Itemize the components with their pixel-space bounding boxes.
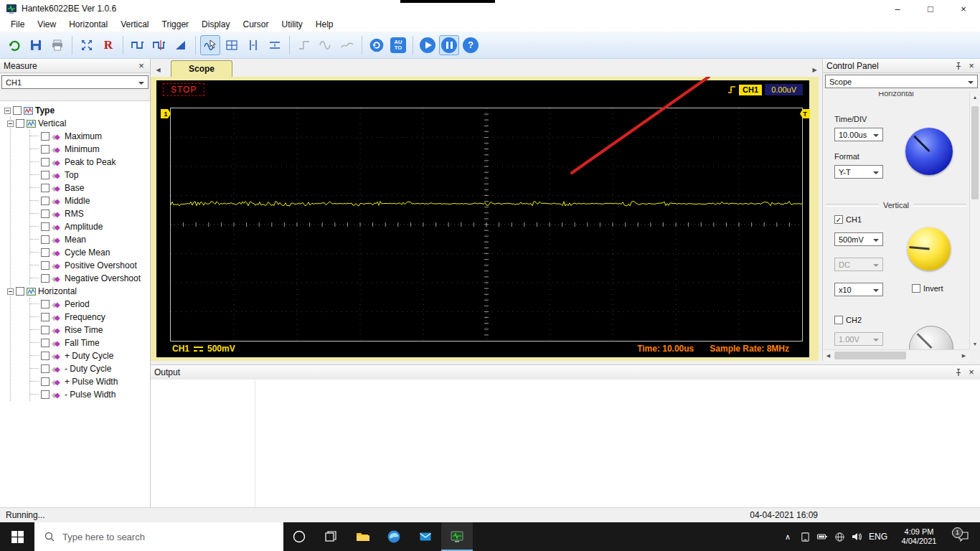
expander-icon[interactable] xyxy=(4,108,11,114)
scroll-up-icon[interactable]: ▲ xyxy=(970,92,980,103)
help-button[interactable]: ? xyxy=(461,35,481,55)
menu-help[interactable]: Help xyxy=(309,17,340,32)
menu-cursor[interactable]: Cursor xyxy=(236,17,275,32)
time-div-select[interactable]: 10.00us xyxy=(834,128,883,141)
ch1-enable-checkbox[interactable] xyxy=(834,215,843,224)
item-checkbox[interactable] xyxy=(41,352,50,360)
ramp-button[interactable] xyxy=(171,35,191,55)
expander-icon[interactable] xyxy=(7,288,14,295)
output-close-icon[interactable]: × xyxy=(966,367,976,377)
menu-horizontal[interactable]: Horizontal xyxy=(62,17,114,32)
measure-item-minimum[interactable]: Minimum xyxy=(30,143,150,156)
format-select[interactable]: Y-T xyxy=(834,165,883,179)
item-checkbox[interactable] xyxy=(41,132,50,141)
item-checkbox[interactable] xyxy=(41,184,50,192)
scroll-right-icon[interactable]: ▶ xyxy=(958,350,969,361)
item-checkbox[interactable] xyxy=(41,326,50,334)
measure-item-negative-overshoot[interactable]: Negative Overshoot xyxy=(30,272,150,285)
scroll-left-icon[interactable]: ◀ xyxy=(823,350,834,361)
measure-item-positive-overshoot[interactable]: Positive Overshoot xyxy=(30,259,150,272)
measure-item-amplitude[interactable]: Amplitude xyxy=(30,220,150,233)
battery-icon[interactable] xyxy=(814,531,831,542)
close-button[interactable]: × xyxy=(947,0,980,17)
measure-close-icon[interactable]: × xyxy=(136,61,146,71)
measure-item-rms[interactable]: RMS xyxy=(30,207,150,220)
square-wave-marker-button[interactable] xyxy=(149,35,169,55)
measure-item-rise-time[interactable]: Rise Time xyxy=(30,324,150,336)
menu-utility[interactable]: Utility xyxy=(275,17,308,32)
horizontal-cursor-button[interactable] xyxy=(265,35,285,55)
menu-trigger[interactable]: Trigger xyxy=(156,17,196,32)
tray-expand-icon[interactable]: ∧ xyxy=(779,532,796,542)
measure-channel-select[interactable]: CH1 xyxy=(1,75,149,89)
grid-display-button[interactable] xyxy=(222,35,242,55)
connect-button[interactable] xyxy=(4,35,24,55)
item-checkbox[interactable] xyxy=(41,197,50,205)
item-checkbox[interactable] xyxy=(41,158,50,166)
scope-display[interactable]: STOP CH1 0.00uV 1 T CH1 500mV Time xyxy=(156,80,809,357)
item-checkbox[interactable] xyxy=(16,287,24,296)
ch1-invert-checkbox[interactable] xyxy=(912,284,920,293)
item-checkbox[interactable] xyxy=(41,313,50,321)
measure-item-cycle-mean[interactable]: Cycle Mean xyxy=(30,246,150,259)
panel-mode-select[interactable]: Scope xyxy=(825,75,978,88)
channel1-marker[interactable]: 1 xyxy=(161,109,171,118)
item-checkbox[interactable] xyxy=(41,171,50,179)
tab-scroll-right-icon[interactable]: ▶ xyxy=(809,62,820,77)
ch2-enable-row[interactable]: CH2 xyxy=(834,316,862,324)
measure-item-maximum[interactable]: Maximum xyxy=(30,130,150,143)
device-icon[interactable] xyxy=(796,532,814,542)
item-checkbox[interactable] xyxy=(41,274,50,283)
minimize-button[interactable]: – xyxy=(881,0,914,17)
auto-set-button[interactable]: AUTO xyxy=(388,35,408,55)
hantek-app-button[interactable] xyxy=(441,522,473,551)
save-button[interactable] xyxy=(26,35,46,55)
measure-item-frequency[interactable]: Frequency xyxy=(30,311,150,324)
output-log-area[interactable] xyxy=(151,380,980,507)
item-checkbox[interactable] xyxy=(41,390,50,399)
item-checkbox[interactable] xyxy=(41,300,50,309)
item-checkbox[interactable] xyxy=(41,222,50,231)
item-checkbox[interactable] xyxy=(41,209,50,218)
task-view-button[interactable] xyxy=(315,522,347,551)
item-checkbox[interactable] xyxy=(41,248,50,257)
measure-item-neg-pulse-width[interactable]: - Pulse Width xyxy=(30,388,150,401)
ch1-enable-row[interactable]: CH1 xyxy=(834,215,862,224)
edge-button[interactable] xyxy=(378,522,410,551)
square-wave-button[interactable] xyxy=(128,35,148,55)
menu-view[interactable]: View xyxy=(31,17,62,32)
measure-item-pos-pulse-width[interactable]: + Pulse Width xyxy=(30,375,150,388)
measure-item-fall-time[interactable]: Fall Time xyxy=(30,336,150,349)
measure-item-top[interactable]: Top xyxy=(30,169,150,182)
auto-scale-button[interactable] xyxy=(77,35,97,55)
tree-item-vertical[interactable]: Vertical xyxy=(11,117,150,130)
taskbar-search-input[interactable]: Type here to search xyxy=(34,522,283,551)
pin-icon[interactable] xyxy=(954,368,963,377)
scroll-down-icon[interactable]: ▼ xyxy=(970,339,980,349)
horizontal-position-knob[interactable] xyxy=(905,128,953,175)
control-panel-vertical-scrollbar[interactable]: ▲ ▼ xyxy=(969,92,980,349)
expander-icon[interactable] xyxy=(7,121,14,127)
item-checkbox[interactable] xyxy=(13,106,22,115)
item-checkbox[interactable] xyxy=(16,119,24,128)
language-indicator[interactable]: ENG xyxy=(865,532,891,542)
measure-item-base[interactable]: Base xyxy=(30,182,150,194)
pause-button[interactable] xyxy=(439,35,459,55)
scope-graticule[interactable] xyxy=(170,108,803,342)
tree-item-type[interactable]: Type xyxy=(3,104,150,117)
measure-item-middle[interactable]: Middle xyxy=(30,194,150,207)
ch1-invert-row[interactable]: Invert xyxy=(912,284,943,293)
start-button[interactable] xyxy=(0,522,34,551)
vertical-cursor-button[interactable] xyxy=(243,35,263,55)
mail-button[interactable] xyxy=(410,522,441,551)
measure-item-pos-duty-cycle[interactable]: + Duty Cycle xyxy=(30,349,150,362)
maximize-button[interactable]: □ xyxy=(914,0,947,17)
tab-scope[interactable]: Scope xyxy=(171,60,232,77)
item-checkbox[interactable] xyxy=(41,377,50,386)
measure-item-peak-to-peak[interactable]: Peak to Peak xyxy=(30,156,150,169)
measure-item-mean[interactable]: Mean xyxy=(30,233,150,246)
pin-icon[interactable] xyxy=(954,62,963,70)
play-button[interactable] xyxy=(418,35,438,55)
item-checkbox[interactable] xyxy=(41,339,50,347)
file-explorer-button[interactable] xyxy=(347,522,378,551)
